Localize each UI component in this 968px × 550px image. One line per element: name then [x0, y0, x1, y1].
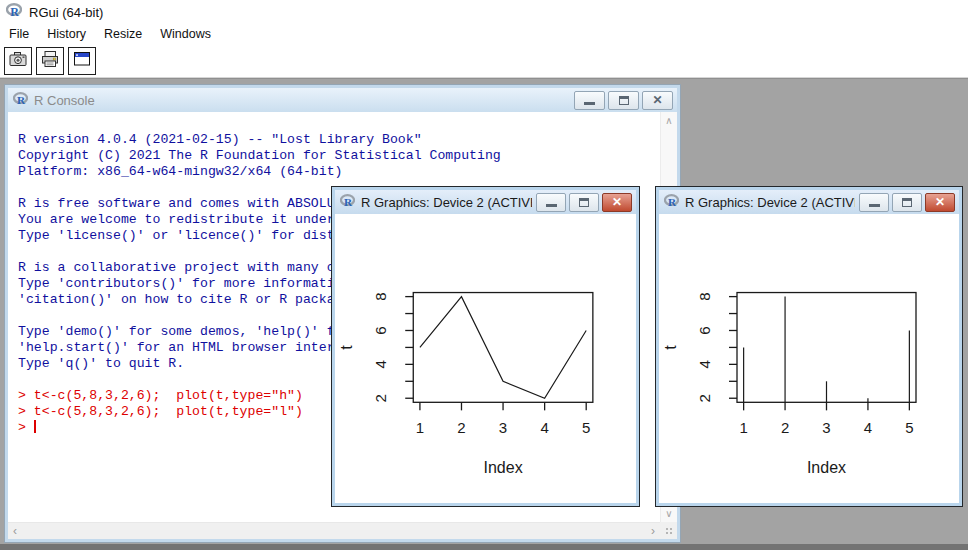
close-button[interactable]: ✕: [602, 193, 632, 212]
r-logo-icon: R: [13, 91, 28, 110]
text-cursor: [34, 420, 36, 433]
svg-text:6: 6: [372, 326, 389, 334]
close-icon: ✕: [612, 196, 622, 208]
console-line: [18, 116, 660, 132]
close-button[interactable]: ✕: [925, 193, 955, 212]
graphics2-titlebar[interactable]: R R Graphics: Device 2 (ACTIVE) ✕: [659, 190, 959, 214]
console-title: R Console: [34, 93, 570, 108]
graphics2-title: R Graphics: Device 2 (ACTIVE): [685, 195, 855, 210]
printer-icon: [40, 49, 60, 73]
svg-text:8: 8: [372, 292, 389, 300]
svg-text:3: 3: [822, 418, 830, 435]
svg-text:2: 2: [457, 418, 465, 435]
close-icon: ✕: [652, 94, 662, 106]
svg-text:R: R: [668, 195, 677, 207]
minimize-button[interactable]: [574, 91, 605, 110]
restore-button[interactable]: [569, 193, 599, 212]
print-button[interactable]: [36, 47, 64, 75]
svg-text:Index: Index: [483, 458, 522, 476]
graphics1-content: 123452468Indext: [335, 214, 636, 503]
menu-file[interactable]: File: [0, 26, 38, 42]
console-horizontal-scrollbar[interactable]: ‹ ›: [8, 522, 660, 539]
stem-plot-canvas: 123452468Indext: [659, 214, 959, 503]
console-window-controls: ✕: [574, 91, 673, 110]
svg-text:2: 2: [696, 394, 713, 402]
app-titlebar[interactable]: R RGui (64-bit): [0, 0, 968, 24]
console-titlebar[interactable]: R R Console ✕: [8, 88, 677, 112]
restore-button[interactable]: [608, 91, 639, 110]
restore-icon: [579, 198, 589, 207]
graphics1-window-controls: ✕: [536, 193, 632, 212]
menubar: File History Resize Windows: [0, 25, 968, 43]
svg-text:3: 3: [499, 418, 507, 435]
console-window-icon: [72, 49, 92, 73]
minimize-button[interactable]: [859, 193, 889, 212]
svg-text:t: t: [337, 345, 355, 350]
menu-resize[interactable]: Resize: [95, 26, 151, 42]
svg-text:R: R: [344, 195, 353, 207]
scroll-left-icon[interactable]: ‹: [13, 524, 17, 538]
close-icon: ✕: [935, 196, 945, 208]
svg-text:4: 4: [540, 418, 548, 435]
console-line: Copyright (C) 2021 The R Foundation for …: [18, 148, 660, 164]
console-line: R version 4.0.4 (2021-02-15) -- "Lost Li…: [18, 132, 660, 148]
svg-text:R: R: [10, 5, 19, 19]
scroll-down-icon[interactable]: ∨: [665, 508, 672, 519]
r-logo-icon: R: [340, 193, 355, 212]
svg-text:5: 5: [905, 418, 913, 435]
graphics-window-stem-plot: R R Graphics: Device 2 (ACTIVE) ✕ 123452…: [655, 186, 963, 507]
resize-grip[interactable]: [660, 522, 677, 539]
r-logo-icon: R: [6, 2, 22, 22]
graphics1-title: R Graphics: Device 2 (ACTIVE): [361, 195, 532, 210]
svg-text:t: t: [661, 345, 679, 350]
svg-text:2: 2: [372, 394, 389, 402]
svg-text:8: 8: [696, 292, 713, 300]
minimize-button[interactable]: [536, 193, 566, 212]
scroll-right-icon[interactable]: ›: [651, 524, 655, 538]
svg-text:4: 4: [864, 418, 872, 435]
graphics1-titlebar[interactable]: R R Graphics: Device 2 (ACTIVE) ✕: [335, 190, 636, 214]
focus-console-button[interactable]: [68, 47, 96, 75]
svg-text:4: 4: [372, 360, 389, 368]
svg-text:4: 4: [696, 360, 713, 368]
svg-text:1: 1: [739, 418, 747, 435]
console-line: Platform: x86_64-w64-mingw32/x64 (64-bit…: [18, 164, 660, 180]
graphics2-window-controls: ✕: [859, 193, 955, 212]
svg-text:5: 5: [582, 418, 590, 435]
minimize-icon: [869, 204, 880, 207]
toolbar: [0, 44, 968, 77]
svg-text:R: R: [17, 93, 26, 105]
svg-text:Index: Index: [807, 458, 846, 476]
svg-text:2: 2: [781, 418, 789, 435]
menu-windows[interactable]: Windows: [151, 26, 220, 42]
camera-icon: [8, 49, 28, 73]
menu-history[interactable]: History: [38, 26, 95, 42]
restore-icon: [902, 198, 912, 207]
svg-text:1: 1: [416, 418, 424, 435]
minimize-icon: [584, 102, 595, 105]
app-title: RGui (64-bit): [29, 5, 103, 20]
graphics-window-line-plot: R R Graphics: Device 2 (ACTIVE) ✕ 123452…: [331, 186, 640, 507]
window-bottom-edge: [0, 544, 968, 550]
r-logo-icon: R: [664, 193, 679, 212]
line-plot-canvas: 123452468Indext: [335, 214, 636, 503]
restore-button[interactable]: [892, 193, 922, 212]
graphics2-content: 123452468Indext: [659, 214, 959, 503]
scroll-up-icon[interactable]: ∧: [665, 115, 672, 126]
close-button[interactable]: ✕: [642, 91, 673, 110]
copy-snapshot-button[interactable]: [4, 47, 32, 75]
minimize-icon: [546, 204, 557, 207]
svg-text:6: 6: [696, 326, 713, 334]
restore-icon: [619, 96, 629, 105]
